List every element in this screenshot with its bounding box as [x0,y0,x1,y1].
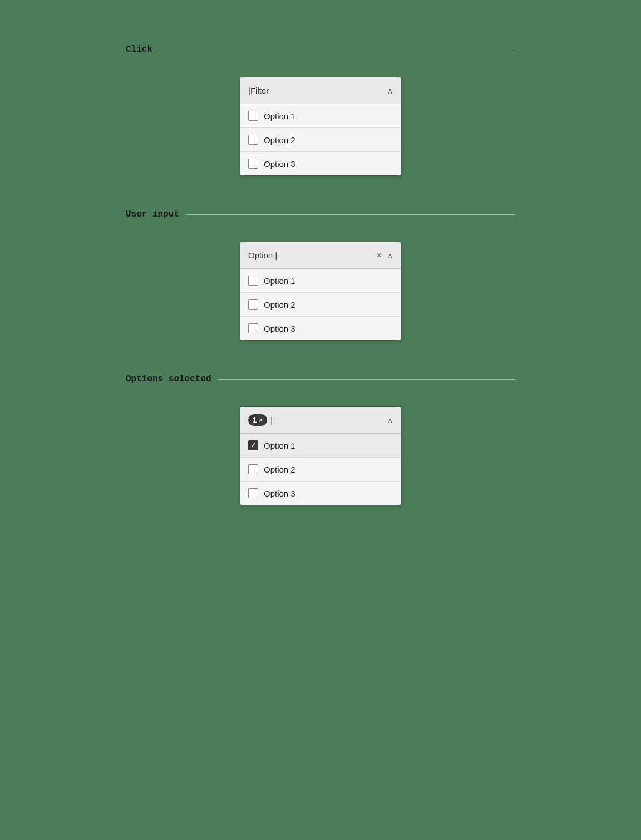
option-input-3-label: Option 3 [264,324,295,333]
badge-count: 1 [253,416,257,424]
clear-button[interactable]: × [376,249,383,262]
section-click-title: Click [126,45,152,55]
section-user-input-header: User input [126,209,515,219]
section-user-input: User input Option | × ∧ Option 1 [126,209,515,341]
dropdown-user-input: Option | × ∧ Option 1 Option 2 Optio [240,242,401,341]
dropdown-user-input-header[interactable]: Option | × ∧ [240,242,401,269]
checkbox-selected-3[interactable] [248,488,258,498]
option-click-1-label: Option 1 [264,111,295,121]
dropdown-click-option-1[interactable]: Option 1 [240,104,401,128]
dropdown-selected-option-3[interactable]: Option 3 [240,482,401,505]
badge-clear-icon[interactable]: × [259,416,263,424]
dropdown-click-header-left: |Filter [248,86,387,95]
dropdown-options-selected: 1 × | ∧ Option 1 Option 2 Option 3 [240,406,401,505]
dropdown-click-option-3[interactable]: Option 3 [240,152,401,175]
dropdown-options-selected-header[interactable]: 1 × | ∧ [240,407,401,434]
option-click-2-label: Option 2 [264,135,295,145]
option-selected-2-label: Option 2 [264,465,295,474]
section-options-selected-line [218,379,515,380]
dropdown-user-input-option-2[interactable]: Option 2 [240,293,401,317]
dropdown-click-header-right: ∧ [387,86,393,95]
section-options-selected: Options selected 1 × | ∧ Option 1 [126,374,515,505]
page-container: Click |Filter ∧ Option 1 Option 2 [126,45,515,539]
checkbox-selected-1[interactable] [248,440,258,450]
option-input-1-label: Option 1 [264,276,295,286]
section-click-line [159,50,515,50]
checkbox-input-3[interactable] [248,323,258,333]
checkbox-selected-2[interactable] [248,464,258,474]
selection-badge: 1 × [248,414,267,426]
dropdown-user-input-option-3[interactable]: Option 3 [240,317,401,340]
dropdown-click-filter-text: |Filter [248,86,269,95]
dropdown-user-input-filter-text: Option | [248,250,277,260]
chevron-up-icon[interactable]: ∧ [387,86,393,95]
section-options-selected-header: Options selected [126,374,515,384]
section-click: Click |Filter ∧ Option 1 Option 2 [126,45,515,176]
dropdown-options-selected-header-right: ∧ [387,416,393,425]
checkbox-input-2[interactable] [248,299,258,310]
dropdown-click-header[interactable]: |Filter ∧ [240,77,401,104]
checkbox-click-2[interactable] [248,135,258,145]
option-selected-1-label: Option 1 [264,441,295,450]
option-selected-3-label: Option 3 [264,489,295,498]
checkbox-click-1[interactable] [248,111,258,121]
section-click-header: Click [126,45,515,55]
option-click-3-label: Option 3 [264,159,295,169]
dropdown-selected-filter-text: | [270,415,273,425]
dropdown-user-input-header-right: × ∧ [376,249,393,262]
section-user-input-line [186,214,515,215]
option-input-2-label: Option 2 [264,300,295,310]
dropdown-click-option-2[interactable]: Option 2 [240,128,401,152]
dropdown-options-selected-header-left: 1 × | [248,414,387,426]
dropdown-selected-option-1[interactable]: Option 1 [240,434,401,458]
checkbox-input-1[interactable] [248,276,258,286]
dropdown-click: |Filter ∧ Option 1 Option 2 Option 3 [240,77,401,176]
dropdown-user-input-option-1[interactable]: Option 1 [240,269,401,293]
section-options-selected-title: Options selected [126,374,211,384]
checkbox-click-3[interactable] [248,159,258,169]
chevron-up-icon-2[interactable]: ∧ [387,251,393,260]
dropdown-user-input-header-left: Option | [248,250,376,260]
section-user-input-title: User input [126,209,179,219]
chevron-up-icon-3[interactable]: ∧ [387,416,393,425]
dropdown-selected-option-2[interactable]: Option 2 [240,458,401,482]
close-icon: × [377,250,382,261]
